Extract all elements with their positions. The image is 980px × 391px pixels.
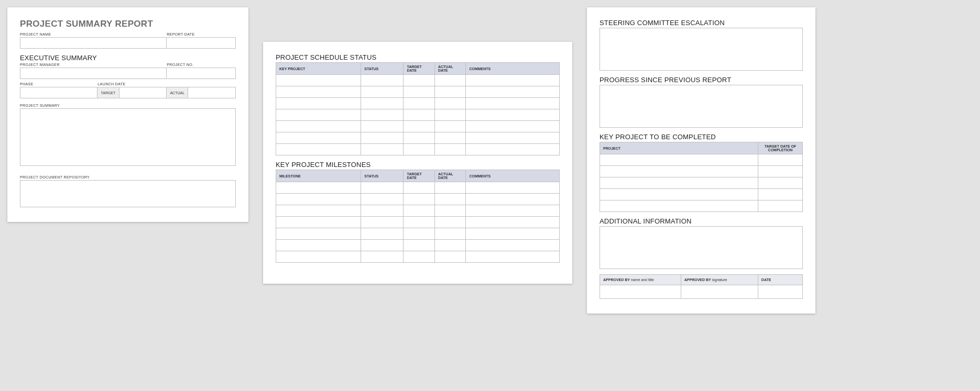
approved-by-name-text: name and title xyxy=(631,278,654,282)
label-project-manager: PROJECT MANAGER xyxy=(20,63,167,66)
table-row[interactable] xyxy=(276,228,560,240)
input-project-manager[interactable] xyxy=(20,68,167,79)
table-row[interactable] xyxy=(600,154,803,166)
table-schedule-status: KEY PROJECT STATUS TARGET DATE ACTUAL DA… xyxy=(276,62,560,155)
table-row[interactable] xyxy=(600,189,803,200)
label-project-doc-repo: PROJECT DOCUMENT REPOSITORY xyxy=(20,175,236,179)
th-date: DATE xyxy=(758,275,802,285)
pages-container: PROJECT SUMMARY REPORT PROJECT NAME REPO… xyxy=(7,7,973,314)
label-actual: ACTUAL xyxy=(167,87,188,98)
input-steering-escalation[interactable] xyxy=(600,28,803,71)
date-label: DATE xyxy=(761,278,771,282)
label-launch-date: LAUNCH DATE xyxy=(97,82,236,86)
table-row[interactable] xyxy=(276,194,560,205)
section-progress: PROGRESS SINCE PREVIOUS REPORT xyxy=(600,76,803,84)
label-target: TARGET xyxy=(97,87,119,98)
section-additional-information: ADDITIONAL INFORMATION xyxy=(600,217,803,225)
section-milestones: KEY PROJECT MILESTONES xyxy=(276,161,560,169)
approved-by-sig-text: signature xyxy=(712,278,727,282)
input-report-date[interactable] xyxy=(167,37,236,49)
table-milestones: MILESTONE STATUS TARGET DATE ACTUAL DATE… xyxy=(276,170,560,263)
table-row[interactable] xyxy=(276,109,560,121)
input-actual[interactable] xyxy=(188,87,236,98)
table-row[interactable] xyxy=(276,182,560,194)
document-title: PROJECT SUMMARY REPORT xyxy=(20,19,236,29)
table-row[interactable] xyxy=(600,166,803,177)
table-row[interactable] xyxy=(276,251,560,263)
table-row[interactable] xyxy=(276,121,560,132)
th-target-date-completion: TARGET DATE OF COMPLETION xyxy=(758,142,802,154)
input-project-doc-repo[interactable] xyxy=(20,180,236,207)
table-row[interactable] xyxy=(600,200,803,212)
th-m-target-date: TARGET DATE xyxy=(404,170,435,182)
label-report-date: REPORT DATE xyxy=(167,32,236,36)
approved-by-label-2: APPROVED BY xyxy=(684,278,711,282)
page-2: PROJECT SCHEDULE STATUS KEY PROJECT STAT… xyxy=(263,42,572,284)
th-actual-date: ACTUAL DATE xyxy=(434,63,466,75)
page-3: STEERING COMMITTEE ESCALATION PROGRESS S… xyxy=(587,7,815,314)
th-approved-by-name: APPROVED BY name and title xyxy=(600,275,681,285)
input-additional-information[interactable] xyxy=(600,226,803,269)
table-row[interactable] xyxy=(276,240,560,251)
table-row[interactable] xyxy=(276,144,560,155)
input-project-summary[interactable] xyxy=(20,108,236,166)
th-approved-by-signature: APPROVED BY signature xyxy=(681,275,758,285)
table-key-project-completed: PROJECT TARGET DATE OF COMPLETION xyxy=(600,142,803,212)
label-phase: PHASE xyxy=(20,82,97,86)
label-project-summary: PROJECT SUMMARY xyxy=(20,104,236,107)
table-row[interactable] xyxy=(600,177,803,189)
section-steering-escalation: STEERING COMMITTEE ESCALATION xyxy=(600,19,803,27)
table-row[interactable] xyxy=(276,98,560,109)
th-milestone: MILESTONE xyxy=(276,170,361,182)
th-target-date: TARGET DATE xyxy=(404,63,435,75)
section-key-project-completed: KEY PROJECT TO BE COMPLETED xyxy=(600,133,803,141)
input-progress[interactable] xyxy=(600,85,803,128)
table-approval: APPROVED BY name and title APPROVED BY s… xyxy=(600,274,803,299)
table-row[interactable] xyxy=(600,285,803,299)
label-project-no: PROJECT NO. xyxy=(167,63,236,66)
table-row[interactable] xyxy=(276,132,560,144)
th-status: STATUS xyxy=(361,63,404,75)
th-comments: COMMENTS xyxy=(466,63,560,75)
section-schedule-status: PROJECT SCHEDULE STATUS xyxy=(276,53,560,61)
th-m-status: STATUS xyxy=(361,170,404,182)
section-exec-summary: EXECUTIVE SUMMARY xyxy=(20,54,236,62)
table-row[interactable] xyxy=(276,217,560,228)
input-project-no[interactable] xyxy=(167,68,236,79)
table-row[interactable] xyxy=(276,86,560,98)
table-row[interactable] xyxy=(276,75,560,86)
label-project-name: PROJECT NAME xyxy=(20,32,167,36)
th-m-actual-date: ACTUAL DATE xyxy=(434,170,466,182)
th-m-comments: COMMENTS xyxy=(466,170,560,182)
th-key-project: KEY PROJECT xyxy=(276,63,361,75)
page-1: PROJECT SUMMARY REPORT PROJECT NAME REPO… xyxy=(7,7,248,222)
input-phase[interactable] xyxy=(20,87,97,98)
table-row[interactable] xyxy=(276,205,560,217)
input-project-name[interactable] xyxy=(20,37,167,49)
input-target[interactable] xyxy=(119,87,167,98)
approved-by-label-1: APPROVED BY xyxy=(603,278,630,282)
th-project: PROJECT xyxy=(600,142,758,154)
